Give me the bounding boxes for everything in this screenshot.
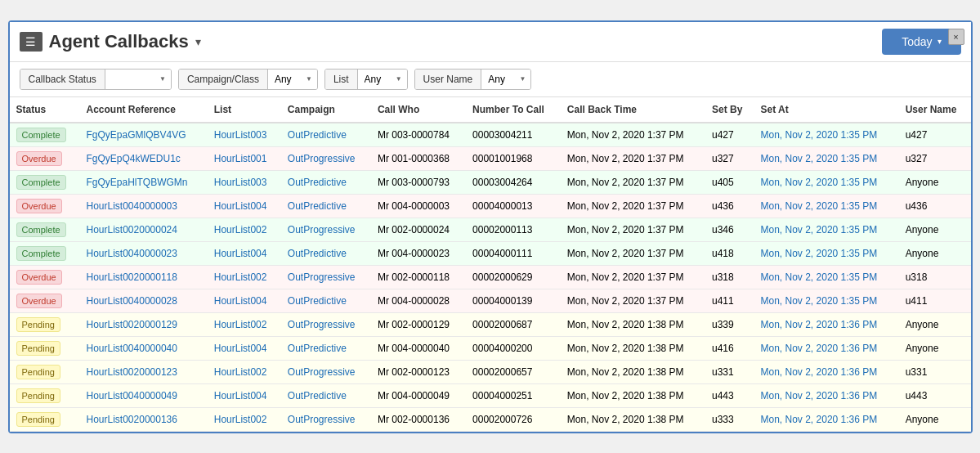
set-at-link[interactable]: Mon, Nov 2, 2020 1:35 PM — [761, 177, 878, 188]
campaign-link[interactable]: OutPredictive — [288, 248, 347, 259]
campaign-link[interactable]: OutProgressive — [288, 319, 356, 330]
set-at-link[interactable]: Mon, Nov 2, 2020 1:36 PM — [761, 366, 878, 378]
list-link[interactable]: HourList004 — [214, 248, 267, 259]
status-badge: Overdue — [16, 199, 62, 213]
table-row[interactable]: Overdue HourList0040000003 HourList004 O… — [10, 194, 971, 218]
account-ref-link[interactable]: HourList0020000118 — [87, 271, 177, 283]
close-button[interactable]: × — [948, 29, 964, 45]
today-label: Today — [902, 35, 932, 48]
cell-campaign: OutProgressive — [281, 407, 371, 431]
table-row[interactable]: Pending HourList0040000049 HourList004 O… — [10, 383, 971, 407]
list-link[interactable]: HourList004 — [214, 343, 267, 354]
account-ref-link[interactable]: FgQyEpaHlTQBWGMn — [87, 177, 188, 188]
table-row[interactable]: Complete FgQyEpaHlTQBWGMn HourList003 Ou… — [10, 170, 971, 194]
set-at-link[interactable]: Mon, Nov 2, 2020 1:35 PM — [761, 224, 878, 235]
set-at-link[interactable]: Mon, Nov 2, 2020 1:35 PM — [761, 295, 878, 307]
cell-user-name: Anyone — [899, 241, 971, 265]
list-link[interactable]: HourList002 — [214, 271, 267, 283]
campaign-link[interactable]: OutPredictive — [288, 129, 347, 141]
list-link[interactable]: HourList002 — [214, 224, 267, 235]
account-ref-link[interactable]: HourList0040000028 — [87, 295, 177, 307]
campaign-link[interactable]: OutProgressive — [288, 414, 356, 425]
campaign-link[interactable]: OutPredictive — [288, 295, 347, 307]
list-link[interactable]: HourList002 — [214, 366, 267, 378]
campaign-class-select[interactable]: Any — [268, 70, 317, 89]
user-name-select[interactable]: Any — [481, 70, 530, 89]
cell-status: Pending — [10, 336, 80, 360]
cell-callback-time: Mon, Nov 2, 2020 1:37 PM — [561, 194, 705, 218]
account-ref-link[interactable]: FgQyEpQ4kWEDU1c — [87, 153, 181, 164]
list-link[interactable]: HourList003 — [214, 129, 267, 141]
account-ref-link[interactable]: HourList0020000129 — [87, 319, 177, 330]
table-row[interactable]: Complete FgQyEpaGMlQBV4VG HourList003 Ou… — [10, 123, 971, 147]
status-badge: Complete — [16, 128, 66, 142]
cell-list: HourList004 — [208, 383, 281, 407]
account-ref-link[interactable]: HourList0040000040 — [87, 343, 177, 354]
campaign-link[interactable]: OutPredictive — [288, 390, 347, 401]
table-row[interactable]: Overdue HourList0020000118 HourList002 O… — [10, 265, 971, 289]
cell-callback-time: Mon, Nov 2, 2020 1:37 PM — [561, 218, 705, 241]
campaign-class-label: Campaign/Class — [179, 70, 268, 89]
campaign-link[interactable]: OutProgressive — [288, 366, 356, 378]
title-dropdown-arrow[interactable]: ▾ — [195, 35, 201, 48]
cell-set-at: Mon, Nov 2, 2020 1:35 PM — [754, 123, 899, 147]
table-row[interactable]: Complete HourList0020000024 HourList002 … — [10, 218, 971, 241]
cell-status: Pending — [10, 407, 80, 431]
cell-set-at: Mon, Nov 2, 2020 1:36 PM — [754, 312, 899, 336]
table-row[interactable]: Pending HourList0020000123 HourList002 O… — [10, 360, 971, 383]
list-link[interactable]: HourList004 — [214, 390, 267, 401]
callback-status-select[interactable]: Any Complete Overdue Pending — [105, 70, 171, 89]
list-link[interactable]: HourList004 — [214, 200, 267, 212]
cell-set-at: Mon, Nov 2, 2020 1:36 PM — [754, 360, 899, 383]
list-link[interactable]: HourList002 — [214, 414, 267, 425]
list-select[interactable]: Any — [358, 70, 407, 89]
list-link[interactable]: HourList004 — [214, 295, 267, 307]
cell-status: Overdue — [10, 146, 80, 170]
account-ref-link[interactable]: HourList0020000024 — [87, 224, 177, 235]
set-at-link[interactable]: Mon, Nov 2, 2020 1:36 PM — [761, 390, 878, 401]
cell-account-ref: FgQyEpaGMlQBV4VG — [80, 123, 208, 147]
set-at-link[interactable]: Mon, Nov 2, 2020 1:35 PM — [761, 248, 878, 259]
col-set-by: Set By — [705, 97, 754, 123]
table-row[interactable]: Pending HourList0020000136 HourList002 O… — [10, 407, 971, 431]
cell-number-to-call: 00003004264 — [466, 170, 561, 194]
account-ref-link[interactable]: HourList0040000049 — [87, 390, 177, 401]
set-at-link[interactable]: Mon, Nov 2, 2020 1:35 PM — [761, 153, 878, 164]
table-row[interactable]: Pending HourList0020000129 HourList002 O… — [10, 312, 971, 336]
cell-campaign: OutPredictive — [281, 289, 371, 312]
cell-number-to-call: 00002000113 — [466, 218, 561, 241]
set-at-link[interactable]: Mon, Nov 2, 2020 1:35 PM — [761, 200, 878, 212]
cell-account-ref: FgQyEpaHlTQBWGMn — [80, 170, 208, 194]
cell-callback-time: Mon, Nov 2, 2020 1:38 PM — [561, 360, 705, 383]
cell-callback-time: Mon, Nov 2, 2020 1:38 PM — [561, 383, 705, 407]
campaign-link[interactable]: OutPredictive — [288, 177, 347, 188]
account-ref-link[interactable]: HourList0020000123 — [87, 366, 177, 378]
table-row[interactable]: Overdue FgQyEpQ4kWEDU1c HourList001 OutP… — [10, 146, 971, 170]
cell-call-who: Mr 004-0000003 — [371, 194, 466, 218]
account-ref-link[interactable]: HourList0040000023 — [87, 248, 177, 259]
cell-campaign: OutPredictive — [281, 123, 371, 147]
table-row[interactable]: Overdue HourList0040000028 HourList004 O… — [10, 289, 971, 312]
campaign-link[interactable]: OutProgressive — [288, 224, 356, 235]
list-link[interactable]: HourList002 — [214, 319, 267, 330]
cell-status: Overdue — [10, 289, 80, 312]
account-ref-link[interactable]: HourList0020000136 — [87, 414, 177, 425]
set-at-link[interactable]: Mon, Nov 2, 2020 1:35 PM — [761, 129, 878, 141]
campaign-link[interactable]: OutProgressive — [288, 271, 356, 283]
table-row[interactable]: Complete HourList0040000023 HourList004 … — [10, 241, 971, 265]
set-at-link[interactable]: Mon, Nov 2, 2020 1:35 PM — [761, 271, 878, 283]
table-row[interactable]: Pending HourList0040000040 HourList004 O… — [10, 336, 971, 360]
list-link[interactable]: HourList003 — [214, 177, 267, 188]
cell-number-to-call: 00002000687 — [466, 312, 561, 336]
set-at-link[interactable]: Mon, Nov 2, 2020 1:36 PM — [761, 414, 878, 425]
list-link[interactable]: HourList001 — [214, 153, 267, 164]
set-at-link[interactable]: Mon, Nov 2, 2020 1:36 PM — [761, 319, 878, 330]
set-at-link[interactable]: Mon, Nov 2, 2020 1:36 PM — [761, 343, 878, 354]
campaign-link[interactable]: OutPredictive — [288, 200, 347, 212]
campaign-link[interactable]: OutPredictive — [288, 343, 347, 354]
campaign-link[interactable]: OutProgressive — [288, 153, 356, 164]
cell-call-who: Mr 003-0000784 — [371, 123, 466, 147]
account-ref-link[interactable]: FgQyEpaGMlQBV4VG — [87, 129, 186, 141]
account-ref-link[interactable]: HourList0040000003 — [87, 200, 177, 212]
cell-campaign: OutProgressive — [281, 146, 371, 170]
